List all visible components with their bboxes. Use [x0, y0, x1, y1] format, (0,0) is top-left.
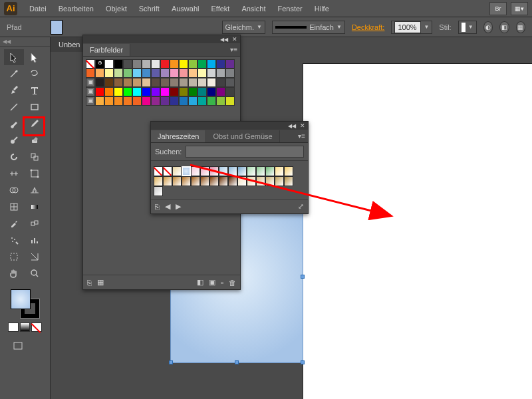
- selection-handle[interactable]: [301, 360, 305, 364]
- swatch[interactable]: [188, 96, 198, 106]
- gradient-swatch[interactable]: [154, 166, 163, 176]
- gradient-swatch[interactable]: [182, 166, 191, 176]
- swatch[interactable]: [160, 87, 170, 96]
- gradient-swatch[interactable]: [237, 166, 247, 176]
- swatch[interactable]: [123, 59, 132, 68]
- gradient-swatch[interactable]: [219, 166, 228, 176]
- selection-handle[interactable]: [301, 275, 305, 279]
- swatch[interactable]: [207, 68, 216, 78]
- gradient-swatch[interactable]: [265, 166, 275, 176]
- gradient-swatch[interactable]: [256, 166, 265, 176]
- direct-selection-tool[interactable]: [25, 49, 45, 65]
- swatch[interactable]: [160, 96, 170, 106]
- recolor-button[interactable]: ◐: [483, 21, 493, 33]
- swatch[interactable]: [95, 87, 104, 96]
- swatch[interactable]: [114, 87, 123, 96]
- selection-handle[interactable]: [169, 360, 173, 364]
- mesh-tool[interactable]: [4, 199, 24, 215]
- width-tool[interactable]: [4, 166, 24, 182]
- swatch[interactable]: [95, 68, 104, 78]
- swatch[interactable]: [104, 59, 114, 68]
- gradient-swatch[interactable]: [191, 176, 200, 186]
- seasons-tab[interactable]: Jahreszeiten: [151, 130, 206, 142]
- swatch[interactable]: [225, 96, 235, 106]
- swatch[interactable]: [132, 96, 142, 106]
- gradient-swatch[interactable]: [191, 166, 200, 176]
- swatch[interactable]: [188, 87, 198, 96]
- line-tool[interactable]: [4, 99, 24, 115]
- perspective-grid-tool[interactable]: [25, 182, 45, 198]
- delete-swatch-icon[interactable]: 🗑: [229, 279, 236, 287]
- swatch-options-icon[interactable]: ◧: [197, 278, 203, 287]
- screen-mode-button[interactable]: [8, 338, 28, 354]
- panel-menu-icon[interactable]: ▾≡: [230, 46, 237, 53]
- search-input[interactable]: [186, 146, 304, 158]
- swatch[interactable]: [114, 59, 123, 68]
- swatch[interactable]: [225, 87, 235, 96]
- swatch[interactable]: [207, 78, 216, 87]
- swatch[interactable]: [95, 78, 104, 87]
- swatch[interactable]: [151, 96, 160, 106]
- shape-builder-tool[interactable]: [4, 182, 24, 198]
- eyedropper-tool[interactable]: [4, 215, 24, 231]
- swatch[interactable]: [179, 78, 188, 87]
- swatch[interactable]: [151, 87, 160, 96]
- gradient-swatch[interactable]: [209, 166, 219, 176]
- swatch[interactable]: [198, 96, 207, 106]
- gradient-swatch[interactable]: [219, 176, 228, 186]
- pen-tool[interactable]: [4, 82, 24, 98]
- opacity-dropdown[interactable]: 100%▼: [391, 21, 432, 34]
- align-button[interactable]: ◧: [499, 21, 509, 33]
- swatch[interactable]: [216, 68, 225, 78]
- menu-auswahl[interactable]: Auswahl: [166, 2, 205, 15]
- swatch[interactable]: [132, 87, 142, 96]
- swatch[interactable]: [170, 68, 179, 78]
- swatch[interactable]: [151, 59, 160, 68]
- swatch[interactable]: [216, 87, 225, 96]
- swatch[interactable]: [188, 59, 198, 68]
- swatch[interactable]: [207, 59, 216, 68]
- gradient-swatch[interactable]: [154, 186, 163, 196]
- swatch[interactable]: [142, 96, 151, 106]
- gradient-swatch[interactable]: [200, 176, 209, 186]
- swatch[interactable]: [179, 96, 188, 106]
- swatch[interactable]: [142, 87, 151, 96]
- menu-fenster[interactable]: Fenster: [272, 2, 307, 15]
- column-graph-tool[interactable]: [25, 232, 45, 248]
- stroke-profile-dropdown[interactable]: Gleichm.▼: [222, 21, 265, 34]
- new-color-group-icon[interactable]: ▣: [209, 278, 215, 287]
- swatch-libraries-icon[interactable]: ⎘: [87, 279, 92, 287]
- swatch[interactable]: [207, 87, 216, 96]
- gradient-swatch[interactable]: [228, 166, 237, 176]
- gradient-tool[interactable]: [25, 199, 45, 215]
- swatch[interactable]: [86, 59, 95, 68]
- swatch[interactable]: [104, 68, 114, 78]
- transform-button[interactable]: ▦: [516, 21, 525, 33]
- swatch[interactable]: [160, 78, 170, 87]
- swatch[interactable]: [95, 96, 104, 106]
- swatches-tab[interactable]: Farbfelder: [83, 44, 130, 56]
- swatch[interactable]: [123, 68, 132, 78]
- swatch[interactable]: [188, 78, 198, 87]
- gradient-swatch[interactable]: [163, 166, 172, 176]
- swatch[interactable]: [151, 68, 160, 78]
- swatch[interactable]: [104, 87, 114, 96]
- swatch[interactable]: [104, 78, 114, 87]
- gradient-swatch[interactable]: [209, 176, 219, 186]
- swatch[interactable]: [160, 59, 170, 68]
- swatch[interactable]: [170, 96, 179, 106]
- gradient-swatch[interactable]: [265, 176, 275, 186]
- rotate-tool[interactable]: [4, 149, 24, 165]
- selection-tool[interactable]: [4, 49, 24, 65]
- fruit-veg-tab[interactable]: Obst und Gemüse: [206, 130, 279, 142]
- show-swatch-kinds-icon[interactable]: ▦: [97, 278, 104, 287]
- paintbrush-tool[interactable]: [4, 116, 24, 132]
- opacity-value[interactable]: 100%: [394, 21, 421, 33]
- swatch[interactable]: ▣: [86, 78, 95, 87]
- scale-tool[interactable]: [25, 149, 45, 165]
- swatch[interactable]: ▣: [86, 87, 95, 96]
- swatch[interactable]: [188, 68, 198, 78]
- menu-objekt[interactable]: Objekt: [100, 2, 132, 15]
- panel-close-icon[interactable]: ✕: [232, 36, 237, 43]
- swatch[interactable]: [170, 59, 179, 68]
